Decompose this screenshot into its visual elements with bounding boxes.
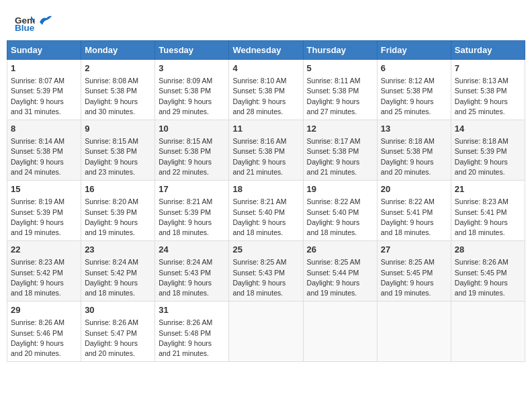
calendar-week-row: 8Sunrise: 8:14 AMSunset: 5:38 PMDaylight… — [7, 120, 525, 181]
day-info: Sunrise: 8:09 AMSunset: 5:38 PMDaylight:… — [159, 76, 225, 117]
calendar-cell: 2Sunrise: 8:08 AMSunset: 5:38 PMDaylight… — [81, 60, 155, 120]
day-info: Sunrise: 8:15 AMSunset: 5:38 PMDaylight:… — [159, 136, 225, 177]
day-info: Sunrise: 8:25 AMSunset: 5:45 PMDaylight:… — [381, 257, 447, 298]
day-number: 12 — [307, 123, 373, 135]
day-number: 31 — [159, 304, 225, 316]
day-number: 11 — [232, 123, 299, 135]
calendar-cell: 3Sunrise: 8:09 AMSunset: 5:38 PMDaylight… — [155, 60, 229, 120]
day-number: 25 — [232, 244, 299, 256]
day-info: Sunrise: 8:26 AMSunset: 5:46 PMDaylight:… — [11, 318, 77, 359]
calendar-cell: 6Sunrise: 8:12 AMSunset: 5:38 PMDaylight… — [377, 60, 451, 120]
calendar-table: SundayMondayTuesdayWednesdayThursdayFrid… — [7, 40, 525, 362]
day-number: 22 — [11, 244, 77, 256]
calendar-cell: 7Sunrise: 8:13 AMSunset: 5:38 PMDaylight… — [451, 60, 525, 120]
calendar-cell: 29Sunrise: 8:26 AMSunset: 5:46 PMDayligh… — [7, 302, 81, 362]
day-info: Sunrise: 8:07 AMSunset: 5:39 PMDaylight:… — [11, 76, 77, 117]
calendar-cell: 26Sunrise: 8:25 AMSunset: 5:44 PMDayligh… — [303, 241, 377, 302]
day-number: 5 — [307, 62, 373, 75]
calendar-cell: 12Sunrise: 8:17 AMSunset: 5:38 PMDayligh… — [303, 120, 377, 181]
calendar-cell — [303, 302, 377, 362]
logo: General Blue — [13, 13, 52, 34]
calendar-cell: 16Sunrise: 8:20 AMSunset: 5:39 PMDayligh… — [81, 181, 155, 241]
day-info: Sunrise: 8:18 AMSunset: 5:39 PMDaylight:… — [455, 136, 521, 177]
calendar-week-row: 29Sunrise: 8:26 AMSunset: 5:46 PMDayligh… — [7, 302, 525, 362]
calendar-week-row: 15Sunrise: 8:19 AMSunset: 5:39 PMDayligh… — [7, 181, 525, 241]
day-number: 17 — [159, 183, 225, 195]
day-info: Sunrise: 8:13 AMSunset: 5:38 PMDaylight:… — [455, 76, 521, 117]
day-number: 14 — [455, 123, 521, 135]
day-number: 1 — [11, 62, 77, 75]
day-number: 4 — [232, 62, 299, 75]
day-number: 9 — [85, 123, 151, 135]
calendar-cell: 27Sunrise: 8:25 AMSunset: 5:45 PMDayligh… — [377, 241, 451, 302]
calendar-cell: 18Sunrise: 8:21 AMSunset: 5:40 PMDayligh… — [229, 181, 303, 241]
day-number: 27 — [381, 244, 447, 256]
calendar-cell: 17Sunrise: 8:21 AMSunset: 5:39 PMDayligh… — [155, 181, 229, 241]
day-info: Sunrise: 8:19 AMSunset: 5:39 PMDaylight:… — [11, 197, 77, 238]
calendar-cell — [229, 302, 303, 362]
calendar-day-header: Monday — [81, 41, 155, 60]
calendar-cell: 23Sunrise: 8:24 AMSunset: 5:42 PMDayligh… — [81, 241, 155, 302]
day-number: 24 — [159, 244, 225, 256]
day-number: 18 — [232, 183, 299, 195]
day-number: 29 — [11, 304, 77, 316]
calendar-cell: 8Sunrise: 8:14 AMSunset: 5:38 PMDaylight… — [7, 120, 81, 181]
day-number: 16 — [85, 183, 151, 195]
day-number: 30 — [85, 304, 151, 316]
day-info: Sunrise: 8:26 AMSunset: 5:47 PMDaylight:… — [85, 318, 151, 359]
logo-bird-icon — [37, 13, 52, 28]
calendar-cell: 13Sunrise: 8:18 AMSunset: 5:38 PMDayligh… — [377, 120, 451, 181]
day-number: 20 — [381, 183, 447, 195]
day-number: 10 — [159, 123, 225, 135]
day-number: 28 — [455, 244, 521, 256]
calendar-header-row: SundayMondayTuesdayWednesdayThursdayFrid… — [7, 41, 525, 60]
day-info: Sunrise: 8:14 AMSunset: 5:38 PMDaylight:… — [11, 136, 77, 177]
calendar-day-header: Saturday — [451, 41, 525, 60]
day-info: Sunrise: 8:24 AMSunset: 5:42 PMDaylight:… — [85, 257, 151, 298]
calendar-week-row: 1Sunrise: 8:07 AMSunset: 5:39 PMDaylight… — [7, 60, 525, 120]
day-info: Sunrise: 8:15 AMSunset: 5:38 PMDaylight:… — [85, 136, 151, 177]
calendar-cell: 15Sunrise: 8:19 AMSunset: 5:39 PMDayligh… — [7, 181, 81, 241]
calendar-cell: 21Sunrise: 8:23 AMSunset: 5:41 PMDayligh… — [451, 181, 525, 241]
calendar-cell: 24Sunrise: 8:24 AMSunset: 5:43 PMDayligh… — [155, 241, 229, 302]
calendar-cell: 25Sunrise: 8:25 AMSunset: 5:43 PMDayligh… — [229, 241, 303, 302]
day-info: Sunrise: 8:18 AMSunset: 5:38 PMDaylight:… — [381, 136, 447, 177]
svg-text:Blue: Blue — [15, 23, 35, 33]
calendar-week-row: 22Sunrise: 8:23 AMSunset: 5:42 PMDayligh… — [7, 241, 525, 302]
day-info: Sunrise: 8:22 AMSunset: 5:41 PMDaylight:… — [381, 197, 447, 238]
day-number: 19 — [307, 183, 373, 195]
day-number: 7 — [455, 62, 521, 75]
calendar-cell: 4Sunrise: 8:10 AMSunset: 5:38 PMDaylight… — [229, 60, 303, 120]
day-number: 15 — [11, 183, 77, 195]
day-number: 13 — [381, 123, 447, 135]
day-info: Sunrise: 8:24 AMSunset: 5:43 PMDaylight:… — [159, 257, 225, 298]
day-number: 23 — [85, 244, 151, 256]
calendar-cell — [451, 302, 525, 362]
day-number: 21 — [455, 183, 521, 195]
calendar-cell: 19Sunrise: 8:22 AMSunset: 5:40 PMDayligh… — [303, 181, 377, 241]
calendar-day-header: Wednesday — [229, 41, 303, 60]
calendar-cell: 28Sunrise: 8:26 AMSunset: 5:45 PMDayligh… — [451, 241, 525, 302]
calendar-day-header: Sunday — [7, 41, 81, 60]
day-info: Sunrise: 8:11 AMSunset: 5:38 PMDaylight:… — [307, 76, 373, 117]
day-number: 8 — [11, 123, 77, 135]
day-number: 6 — [381, 62, 447, 75]
calendar-cell: 9Sunrise: 8:15 AMSunset: 5:38 PMDaylight… — [81, 120, 155, 181]
day-number: 26 — [307, 244, 373, 256]
calendar-cell: 22Sunrise: 8:23 AMSunset: 5:42 PMDayligh… — [7, 241, 81, 302]
calendar-day-header: Thursday — [303, 41, 377, 60]
day-info: Sunrise: 8:26 AMSunset: 5:45 PMDaylight:… — [455, 257, 521, 298]
day-info: Sunrise: 8:21 AMSunset: 5:39 PMDaylight:… — [159, 197, 225, 238]
day-info: Sunrise: 8:25 AMSunset: 5:44 PMDaylight:… — [307, 257, 373, 298]
day-number: 3 — [159, 62, 225, 75]
calendar-cell: 10Sunrise: 8:15 AMSunset: 5:38 PMDayligh… — [155, 120, 229, 181]
calendar-cell: 11Sunrise: 8:16 AMSunset: 5:38 PMDayligh… — [229, 120, 303, 181]
day-info: Sunrise: 8:23 AMSunset: 5:42 PMDaylight:… — [11, 257, 77, 298]
day-info: Sunrise: 8:20 AMSunset: 5:39 PMDaylight:… — [85, 197, 151, 238]
day-info: Sunrise: 8:08 AMSunset: 5:38 PMDaylight:… — [85, 76, 151, 117]
page-header: General Blue — [7, 7, 525, 37]
calendar-cell: 31Sunrise: 8:26 AMSunset: 5:48 PMDayligh… — [155, 302, 229, 362]
calendar-cell: 30Sunrise: 8:26 AMSunset: 5:47 PMDayligh… — [81, 302, 155, 362]
day-number: 2 — [85, 62, 151, 75]
day-info: Sunrise: 8:23 AMSunset: 5:41 PMDaylight:… — [455, 197, 521, 238]
